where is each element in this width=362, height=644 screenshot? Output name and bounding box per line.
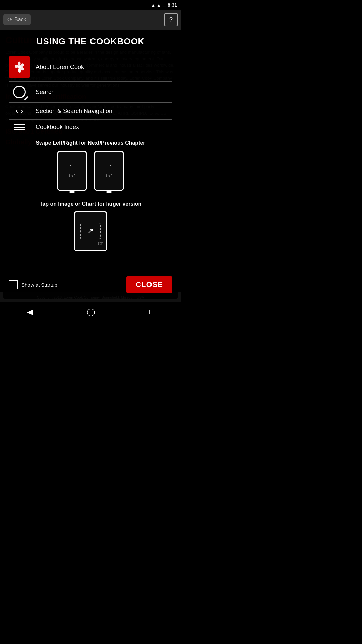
finger-icon-right: ☞ (106, 171, 112, 180)
back-icon: ⟳ (7, 16, 12, 23)
expand-icon: ↗ (87, 227, 94, 235)
battery-icon: ▭ (162, 3, 166, 8)
swipe-left-device: ← ☞ (57, 151, 87, 191)
status-bar: ▲ ▲ ▭ 8:31 (0, 0, 181, 10)
back-button[interactable]: ⟳ Back (3, 14, 31, 25)
loren-cook-logo (11, 59, 27, 75)
tap-device: ↗ ☞ (74, 211, 107, 251)
navigation-row[interactable]: ‹ › Section & Search Navigation (9, 103, 172, 120)
left-arrow-icon: ‹ (16, 107, 18, 115)
android-recents-button[interactable]: □ (149, 308, 154, 316)
signal-icon: ▲ (157, 3, 161, 8)
logo-box (9, 56, 30, 78)
tap-finger-icon: ☞ (98, 239, 104, 248)
search-icon (13, 86, 26, 98)
index-label: Cookbook Index (36, 124, 79, 131)
show-startup-row[interactable]: Show at Startup (9, 280, 57, 289)
left-swipe-arrow: ← (69, 162, 75, 169)
hamburger-line-3 (14, 129, 25, 130)
nav-arrows: ‹ › (9, 107, 30, 115)
tap-image-box: ↗ (80, 223, 101, 239)
swipe-devices: ← ☞ → ☞ (9, 151, 172, 191)
android-home-button[interactable]: ◯ (87, 308, 95, 316)
status-time: 8:31 (168, 2, 177, 8)
show-startup-label: Show at Startup (21, 282, 57, 288)
close-button[interactable]: CLOSE (126, 276, 172, 293)
wifi-icon: ▲ (151, 3, 155, 8)
modal-overlay: USING THE COOKBOOK About Loren Cook (3, 30, 178, 299)
finger-icon-left: ☞ (69, 171, 75, 180)
about-label: About Loren Cook (36, 64, 84, 71)
search-row[interactable]: Search (9, 82, 172, 103)
show-startup-checkbox[interactable] (9, 280, 18, 289)
android-nav-bar: ◀ ◯ □ (0, 302, 181, 322)
right-arrow-icon: › (21, 107, 23, 115)
bottom-controls: Show at Startup CLOSE (9, 273, 172, 293)
search-label: Search (36, 89, 55, 96)
right-swipe-arrow: → (106, 162, 112, 169)
swipe-section: Swipe Left/Right for Next/Previous Chapt… (9, 140, 172, 196)
hamburger-menu-icon (9, 124, 30, 130)
status-icons: ▲ ▲ ▭ 8:31 (151, 2, 177, 8)
about-row[interactable]: About Loren Cook (9, 53, 172, 82)
nav-label: Section & Search Navigation (36, 108, 112, 115)
hamburger-line-2 (14, 127, 25, 128)
help-icon: ? (169, 16, 173, 23)
tap-section: Tap on Image or Chart for larger version… (40, 200, 142, 251)
top-bar: ⟳ Back ? (0, 10, 181, 30)
modal-title: USING THE COOKBOOK (37, 36, 145, 47)
android-back-button[interactable]: ◀ (27, 308, 33, 316)
svg-point-1 (18, 66, 21, 68)
back-label: Back (14, 17, 26, 23)
tap-title: Tap on Image or Chart for larger version (40, 200, 142, 208)
swipe-title: Swipe Left/Right for Next/Previous Chapt… (9, 140, 172, 146)
search-icon-wrap (9, 86, 30, 98)
swipe-right-device: → ☞ (94, 151, 124, 191)
index-row[interactable]: Cookbook Index (9, 120, 172, 135)
help-button[interactable]: ? (164, 13, 178, 26)
hamburger-line-1 (14, 124, 25, 125)
